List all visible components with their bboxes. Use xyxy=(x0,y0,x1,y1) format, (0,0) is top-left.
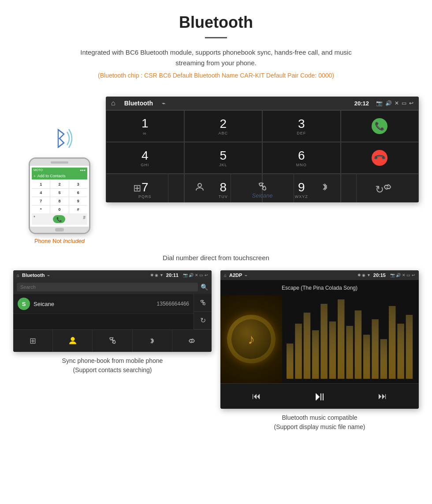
camera-icon[interactable]: 📷 xyxy=(376,100,383,106)
phone-key-4[interactable]: 4 xyxy=(32,189,50,197)
pb-usb-icon: ⌁ xyxy=(47,273,50,278)
pb-search-icon[interactable]: 🔍 xyxy=(201,284,208,291)
pb-search-bar: 🔍 xyxy=(13,280,212,294)
pb-user-icon[interactable] xyxy=(53,330,93,352)
svg-rect-14 xyxy=(372,319,378,379)
back-icon[interactable]: ↩ xyxy=(409,100,413,106)
phonebook-caption-line2: (Support contacts searching) xyxy=(73,366,152,373)
eq-bars-svg xyxy=(287,299,414,379)
pb-phone-icon[interactable] xyxy=(93,330,132,352)
svg-rect-10 xyxy=(338,299,344,379)
phone-key-0[interactable]: 0 xyxy=(50,205,68,213)
phone-key-3[interactable]: 3 xyxy=(69,180,87,188)
svg-rect-15 xyxy=(380,339,387,379)
bottom-screenshots: ⌂ Bluetooth ⌁ ✱ ◉ ▼ 20:11 📷 🔊 ✕ ▭ ↩ 🔍 S … xyxy=(0,270,432,445)
svg-rect-5 xyxy=(295,324,302,379)
phone-bottom-bar xyxy=(30,227,89,233)
bottom-icons-row: ⊞ Seicane xyxy=(106,174,419,202)
dial-key-4[interactable]: 4 GHI xyxy=(106,142,184,174)
phone-status-bar: MOTO ●●● xyxy=(32,168,87,172)
svg-rect-4 xyxy=(287,343,293,379)
phone-key-star[interactable]: * xyxy=(32,205,50,213)
seicane-watermark: Seicane xyxy=(252,192,273,199)
bottom-icon-phone[interactable]: Seicane xyxy=(231,174,294,202)
pb-contact-list: S Seicane 13566664466 xyxy=(13,294,194,329)
phone-speaker xyxy=(51,161,68,164)
dial-key-1[interactable]: 1 ∞ xyxy=(106,110,184,142)
svg-line-1 xyxy=(58,143,64,147)
prev-button[interactable]: ⏮ xyxy=(252,391,261,401)
svg-rect-9 xyxy=(329,321,336,379)
volume-icon[interactable]: 🔊 xyxy=(385,100,392,106)
phone-key-9[interactable]: 9 xyxy=(69,197,87,205)
pb-clock: 20:11 xyxy=(166,273,179,278)
phone-key-5[interactable]: 5 xyxy=(50,189,68,197)
contacts-icon xyxy=(194,182,205,195)
svg-rect-17 xyxy=(397,324,404,379)
dial-key-6[interactable]: 6 MNO xyxy=(262,142,341,174)
music-caption-line1: Bluetooth music compatible xyxy=(282,414,357,421)
pb-contact-number: 13566664466 xyxy=(157,301,189,307)
ms-bt-icons: ✱ ◉ ▼ xyxy=(358,273,371,277)
phonebook-caption-line1: Sync phone-book from mobile phone xyxy=(62,357,163,364)
svg-line-0 xyxy=(58,130,64,134)
bottom-icon-grid[interactable]: ⊞ xyxy=(106,174,168,202)
x-icon[interactable]: ✕ xyxy=(395,100,399,106)
bluetooth-icon xyxy=(48,123,75,154)
pb-home-icon[interactable]: ⌂ xyxy=(17,273,19,278)
bottom-icon-link[interactable] xyxy=(357,174,419,202)
ms-title: A2DP xyxy=(229,273,242,278)
phone-key-6[interactable]: 6 xyxy=(69,189,87,197)
eq-area xyxy=(282,295,419,383)
ms-home-icon[interactable]: ⌂ xyxy=(224,273,227,278)
call-red-circle: 📞 xyxy=(372,150,387,166)
ms-usb-icon: ⌁ xyxy=(245,273,247,278)
phone-key-hash[interactable]: # xyxy=(69,205,87,213)
pb-bluetooth-icon[interactable] xyxy=(133,330,172,352)
green-call-button[interactable]: 📞 xyxy=(341,110,419,142)
dial-key-3[interactable]: 3 DEF xyxy=(262,110,341,142)
subtitle-text: Integrated with BC6 Bluetooth module, su… xyxy=(66,47,366,68)
bluetooth-bottom-icon xyxy=(320,182,329,195)
bluetooth-icon-area xyxy=(48,123,71,154)
next-button[interactable]: ⏭ xyxy=(378,391,387,401)
ms-control-icons: 📷 🔊 ✕ ▭ ↩ xyxy=(390,273,415,277)
music-main-area: ♪ xyxy=(220,295,419,383)
svg-rect-11 xyxy=(346,326,353,379)
bottom-icon-bluetooth[interactable] xyxy=(294,174,357,202)
phone-included-text: Included xyxy=(63,238,85,244)
pb-contact-row[interactable]: S Seicane 13566664466 xyxy=(13,294,194,314)
car-clock: 20:12 xyxy=(354,100,369,107)
pb-grid-icon[interactable]: ⊞ xyxy=(13,330,53,352)
page-title: Bluetooth xyxy=(9,13,423,32)
window-icon[interactable]: ▭ xyxy=(402,100,406,106)
pb-link-icon[interactable] xyxy=(172,330,212,352)
phone-key-7[interactable]: 7 xyxy=(32,197,50,205)
bluetooth-specs: (Bluetooth chip : CSR BC6 Default Blueto… xyxy=(9,72,423,79)
phone-key-8[interactable]: 8 xyxy=(50,197,68,205)
pb-cam-icon: 📷 🔊 ✕ ▭ ↩ xyxy=(183,273,208,277)
home-icon[interactable]: ⌂ xyxy=(111,99,115,107)
bottom-icon-contacts[interactable] xyxy=(168,174,231,202)
dial-key-5[interactable]: 5 JKL xyxy=(184,142,263,174)
phone-key-2[interactable]: 2 xyxy=(50,180,68,188)
page-header: Bluetooth Integrated with BC6 Bluetooth … xyxy=(0,0,432,92)
pb-search-input[interactable] xyxy=(17,283,198,291)
pb-side-refresh-icon[interactable]: ↻ xyxy=(194,312,212,329)
album-circle: ♪ xyxy=(227,315,276,363)
phone-key-1[interactable]: 1 xyxy=(32,180,50,188)
music-screenshot-item: ⌂ A2DP ⌁ ✱ ◉ ▼ 20:15 📷 🔊 ✕ ▭ ↩ Escape (T… xyxy=(220,270,419,432)
dial-key-2[interactable]: 2 ABC xyxy=(184,110,263,142)
ms-status-bar: ⌂ A2DP ⌁ ✱ ◉ ▼ 20:15 📷 🔊 ✕ ▭ ↩ xyxy=(220,270,419,280)
red-call-button[interactable]: 📞 xyxy=(341,142,419,174)
pb-side-phone-icon[interactable] xyxy=(194,294,212,312)
call-green-circle: 📞 xyxy=(372,118,387,134)
phone-dialpad: 1 2 3 4 5 6 7 8 9 * 0 # xyxy=(32,180,87,213)
play-pause-button[interactable]: ⏯ xyxy=(313,389,326,403)
music-caption-line2: (Support display music file name) xyxy=(274,423,365,430)
grid-icon: ⊞ xyxy=(133,183,141,194)
svg-rect-18 xyxy=(406,315,413,379)
phonebook-screenshot-item: ⌂ Bluetooth ⌁ ✱ ◉ ▼ 20:11 📷 🔊 ✕ ▭ ↩ 🔍 S … xyxy=(13,270,212,432)
ms-bottom-controls: ⏮ ⏯ ⏭ xyxy=(220,383,419,409)
svg-point-2 xyxy=(198,183,201,187)
